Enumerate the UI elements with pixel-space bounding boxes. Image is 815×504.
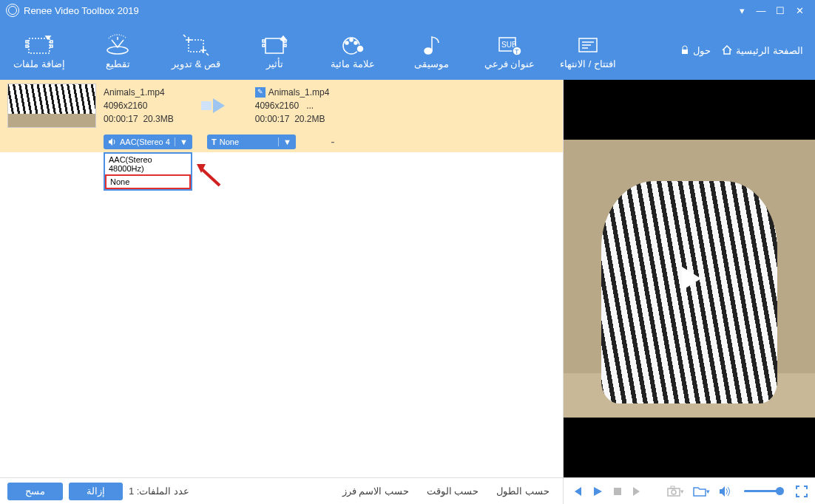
svg-point-17 xyxy=(425,48,432,54)
prev-button[interactable] xyxy=(571,486,583,497)
svg-text:T: T xyxy=(515,48,519,55)
volume-slider[interactable] xyxy=(744,490,782,492)
track-row: AAC(Stereo 4 ▼ T None ▼ - xyxy=(0,132,563,152)
volume-icon[interactable] xyxy=(719,486,731,497)
titlebar: Renee Video Toolbox 2019 ▾ — ☐ ✕ xyxy=(0,0,815,21)
speaker-icon xyxy=(108,137,117,146)
svg-rect-0 xyxy=(29,38,50,53)
sort-by-length[interactable]: حسب الطول xyxy=(490,486,555,497)
remove-button[interactable]: إزالة xyxy=(69,483,123,500)
svg-point-14 xyxy=(350,38,353,41)
svg-rect-4 xyxy=(50,45,53,47)
audio-option-none[interactable]: None xyxy=(105,174,191,189)
svg-rect-9 xyxy=(263,44,265,47)
home-icon xyxy=(721,44,733,56)
source-info: Animals_1.mp4 4096x2160 00:00:17 20.3MB xyxy=(104,86,174,126)
next-button[interactable] xyxy=(632,486,643,497)
file-row[interactable]: Animals_1.mp4 4096x2160 00:00:17 20.3MB … xyxy=(0,80,563,132)
tool-cut[interactable]: تقطيع xyxy=(78,21,157,80)
close-icon[interactable]: ✕ xyxy=(790,1,809,20)
preview-panel xyxy=(564,80,815,477)
edit-icon[interactable]: ✎ xyxy=(255,87,266,98)
svg-rect-8 xyxy=(263,40,265,42)
audio-dropdown-popup: AAC(Stereo 48000Hz) None xyxy=(104,152,192,191)
open-folder-button[interactable]: ▾ xyxy=(693,486,710,497)
file-list: Animals_1.mp4 4096x2160 00:00:17 20.3MB … xyxy=(0,80,563,477)
dropdown-icon[interactable]: ▾ xyxy=(732,1,751,20)
svg-rect-2 xyxy=(26,45,28,47)
svg-rect-7 xyxy=(266,38,283,53)
sort-by-time[interactable]: حسب الوقت xyxy=(421,486,485,497)
tool-watermark[interactable]: علامة مائية xyxy=(314,21,392,80)
tool-add-files[interactable]: إضافة ملفات xyxy=(0,21,78,80)
svg-point-16 xyxy=(356,45,364,52)
clear-button[interactable]: مسح xyxy=(7,483,63,500)
preview-play-button[interactable] xyxy=(671,260,708,297)
maximize-icon[interactable]: ☐ xyxy=(771,1,790,20)
minimize-icon[interactable]: — xyxy=(751,1,771,20)
dash: - xyxy=(311,135,355,149)
app-logo-icon xyxy=(6,4,19,17)
svg-rect-26 xyxy=(682,50,688,54)
svg-point-30 xyxy=(672,490,676,494)
tool-subtitle[interactable]: SUBT عنوان فرعي xyxy=(470,21,549,80)
svg-rect-3 xyxy=(50,41,53,43)
stop-button[interactable] xyxy=(612,486,623,497)
output-info: ✎Animals_1.mp4 4096x2160 ... 00:00:17 20… xyxy=(255,86,330,126)
app-title: Renee Video Toolbox 2019 xyxy=(24,5,139,16)
file-count-label: عدد الملفات: 1 xyxy=(129,486,189,497)
svg-point-15 xyxy=(354,41,357,44)
audio-track-dropdown[interactable]: AAC(Stereo 4 ▼ xyxy=(104,134,192,149)
svg-rect-31 xyxy=(671,486,674,488)
tool-music[interactable]: موسيقى xyxy=(392,21,470,80)
subtitle-track-dropdown[interactable]: T None ▼ xyxy=(207,134,296,149)
arrow-icon xyxy=(181,95,248,116)
svg-rect-28 xyxy=(614,488,621,495)
snapshot-button[interactable]: ▾ xyxy=(667,486,684,497)
file-thumbnail xyxy=(7,84,96,128)
tool-crop-rotate[interactable]: قص & تدوير xyxy=(157,21,235,80)
home-link[interactable]: الصفحة الرئيسية xyxy=(721,44,803,56)
media-controls: ▾ ▾ xyxy=(564,477,815,504)
annotation-arrow-icon xyxy=(194,160,223,189)
tool-intro-outro[interactable]: افتتاح / الانتهاء xyxy=(549,21,627,80)
main-toolbar: إضافة ملفات تقطيع قص & تدوير تأثير علامة… xyxy=(0,21,815,80)
svg-rect-1 xyxy=(26,41,28,43)
sort-by-name[interactable]: حسب الاسم فرز xyxy=(337,486,415,497)
svg-point-13 xyxy=(345,41,348,44)
about-link[interactable]: حول xyxy=(680,45,711,56)
sort-bar: مسح إزالة عدد الملفات: 1 حسب الاسم فرز ح… xyxy=(0,477,563,504)
fullscreen-button[interactable] xyxy=(796,486,808,497)
lock-icon xyxy=(680,45,690,55)
svg-rect-11 xyxy=(284,44,286,47)
tool-effect[interactable]: تأثير xyxy=(235,21,314,80)
audio-option-aac[interactable]: AAC(Stereo 48000Hz) xyxy=(105,154,191,174)
play-button[interactable] xyxy=(592,486,603,497)
svg-rect-27 xyxy=(201,101,212,110)
